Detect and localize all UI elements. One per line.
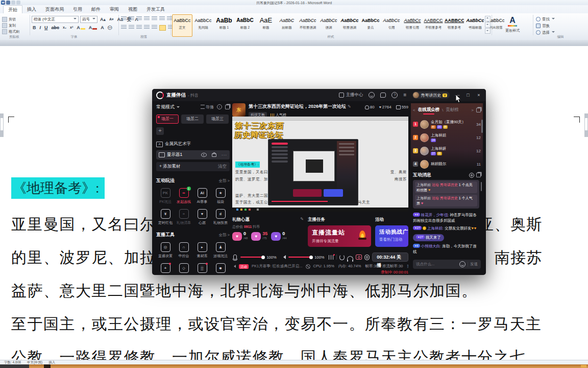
shading-icon[interactable]: A	[100, 25, 105, 31]
style-card-明显引用[interactable]: AaBbCc明显引用	[402, 14, 423, 37]
stream-preview[interactable]: 第十三次东西 历史辩证论坛 《地理备考》: 亚里曼国，又名曰尔 的里、波罗尼、加…	[232, 117, 408, 212]
subscript-icon[interactable]: x₂	[62, 25, 67, 31]
increase-indent-icon[interactable]	[152, 16, 157, 21]
style-card-明显参考[interactable]: AABBCC明显参考	[444, 14, 464, 37]
styles-gallery-scroll[interactable]	[485, 16, 491, 34]
gift-wish-item[interactable]: ♥0/44	[271, 232, 286, 241]
style-card-无间隔[interactable]: AaBbCc无间隔	[193, 14, 213, 37]
edit-item-查找[interactable]: 查找	[536, 16, 555, 22]
speaker-volume-slider[interactable]	[288, 257, 312, 258]
style-card-强调[interactable]: AaBbCc强调	[318, 14, 339, 37]
clear-button[interactable]: 清空	[218, 164, 227, 170]
shrink-font-icon[interactable]: A▾	[108, 16, 115, 22]
section-more-link[interactable]: 全部 >	[219, 233, 230, 238]
style-card-不明显强调[interactable]: AaBbCc不明显强调	[298, 14, 318, 37]
feature-福袋[interactable]: ★福袋	[211, 188, 230, 204]
align-right-icon[interactable]	[136, 25, 142, 30]
gift-wish-item[interactable]: ♥0/48	[232, 232, 248, 241]
feature-中控台[interactable]: ∩中控台	[175, 242, 193, 259]
viewer-row[interactable]: 4林妲丽尔11	[411, 157, 483, 171]
feature-绿幕直播[interactable]: ▒绿幕直播	[193, 263, 211, 275]
director-button[interactable]: 导播	[201, 104, 214, 110]
activity-text[interactable]: PK1月赛季: 狂欢盛典已开启...	[252, 264, 303, 269]
headset-icon[interactable]	[347, 256, 353, 260]
feature-直播设置[interactable]: ◎直播设置	[156, 242, 175, 259]
style-card-标题 1[interactable]: AaBb标题 1	[214, 14, 234, 37]
user-pill[interactable]: 秀哥讲历史 V	[412, 91, 450, 99]
tab-prev-icon[interactable]: <	[413, 108, 415, 112]
mode-select[interactable]: 常规模式	[156, 104, 175, 110]
mic-volume-slider[interactable]	[240, 257, 264, 258]
bold-icon[interactable]: B	[32, 25, 37, 31]
help-button[interactable]: ?	[391, 92, 398, 98]
anchor-center-button[interactable]: 主播中心	[339, 92, 363, 98]
edit-gift-wish-icon[interactable]: ✎	[300, 217, 304, 223]
clipboard-item-剪切[interactable]: 剪切	[2, 16, 19, 22]
styles-scroll-down-icon[interactable]	[485, 22, 491, 28]
art-text-layer[interactable]: 金属风艺术字	[156, 141, 230, 147]
numbering-icon[interactable]	[129, 16, 134, 21]
record-icon[interactable]	[356, 255, 362, 260]
shading-color-icon[interactable]	[159, 25, 166, 31]
scene-tab-场景二[interactable]: 场景二	[181, 114, 204, 124]
grow-font-icon[interactable]: A▴	[99, 16, 107, 22]
style-card-书籍标题[interactable]: AaBbCc书籍标题	[465, 14, 485, 37]
popout-viewers-icon[interactable]	[476, 108, 481, 112]
style-card-明显强调[interactable]: AaBbCc明显强调	[339, 14, 360, 37]
pinned-gift-message[interactable]: 上海林姐 送给 秀哥讲历史 1 个人气票 ♥	[415, 195, 477, 206]
emoji-button[interactable]	[369, 92, 375, 98]
emoji-picker-icon[interactable]	[459, 261, 465, 267]
styles-more-icon[interactable]	[485, 28, 491, 34]
multilevel-list-icon[interactable]	[136, 16, 142, 21]
mixer-icon[interactable]	[329, 255, 333, 260]
style-card-正文[interactable]: AaBbCc正文	[172, 14, 192, 37]
rotate-icon[interactable]	[339, 255, 345, 260]
styles-scroll-up-icon[interactable]	[485, 16, 491, 21]
chat-message[interactable]: ✦4桂花开，少年强: 神圣罗马帝国各邦闹独立出自很多邦国戚	[413, 213, 479, 223]
align-center-icon[interactable]	[129, 25, 134, 30]
scene-tab-场景三[interactable]: 场景三	[206, 114, 229, 124]
style-card-副标题[interactable]: AaBbC副标题	[277, 14, 297, 37]
viewer-row[interactable]: 3上海林妍27榜12	[411, 144, 483, 157]
scene-tab-场景一[interactable]: 场景一	[156, 114, 179, 124]
messages-settings-icon[interactable]	[469, 173, 474, 178]
font-name-select[interactable]: 楷体 (中文正	[32, 16, 79, 23]
feature-定时红包[interactable]: ¥定时红包	[156, 209, 175, 225]
style-card-引用[interactable]: AaBbCc引用	[381, 14, 402, 37]
font-color-icon[interactable]: A	[88, 25, 99, 31]
settings-gear-icon[interactable]	[364, 255, 370, 260]
superscript-icon[interactable]: x²	[69, 25, 74, 31]
line-spacing-icon[interactable]	[152, 25, 157, 30]
strikethrough-icon[interactable]: abc	[51, 25, 61, 31]
activity-banner[interactable]: 活动挑战广场 查看热门活动	[375, 225, 408, 247]
feature-素材库[interactable]: ▸素材库	[193, 242, 211, 259]
visibility-icon[interactable]	[201, 153, 207, 157]
maximize-button[interactable]: □	[465, 93, 471, 98]
italic-icon[interactable]: I	[39, 25, 42, 31]
add-scene-button[interactable]: +	[156, 127, 164, 135]
tab-online-viewers[interactable]: 在线观众榜	[418, 107, 440, 113]
mic-icon[interactable]	[233, 255, 237, 260]
ribbon-tab-开发工具[interactable]: 开发工具	[142, 5, 169, 13]
feature-AI赛事[interactable]: AIAI赛事	[193, 188, 211, 204]
ribbon-tab-邮件[interactable]: 邮件	[87, 5, 105, 13]
clipboard-item-格式刷[interactable]: 格式刷	[2, 29, 19, 35]
section-more-link[interactable]: 全部 >	[219, 178, 230, 183]
underline-icon[interactable]: U	[43, 25, 49, 31]
justify-icon[interactable]	[144, 25, 150, 30]
mute-icon[interactable]	[232, 265, 236, 268]
edit-title-icon[interactable]: ✎	[348, 104, 351, 109]
close-button[interactable]: ×	[476, 93, 482, 98]
chat-message[interactable]: ✦6小熊猫大白: 库勒，今天加我了连线	[413, 244, 479, 255]
bullets-icon[interactable]	[121, 16, 127, 21]
viewer-row[interactable]: 1金月如（直播90天）粉20榜34	[411, 118, 483, 131]
messages-popout-icon[interactable]	[476, 173, 481, 177]
info-button[interactable]: i	[217, 104, 222, 109]
pinned-scrollbar[interactable]	[481, 182, 482, 191]
ribbon-tab-页面布局[interactable]: 页面布局	[41, 5, 68, 13]
feature-互动工具[interactable]: +互动工具	[156, 263, 175, 275]
tab-contribution[interactable]: 贡献榜	[446, 107, 459, 113]
feature-虚拟形象[interactable]: ☻虚拟形象	[211, 263, 230, 275]
end-stream-button[interactable]: 00:32:44 关播	[372, 252, 408, 262]
feature-发起连线[interactable]: ∞1发起连线	[175, 188, 193, 204]
